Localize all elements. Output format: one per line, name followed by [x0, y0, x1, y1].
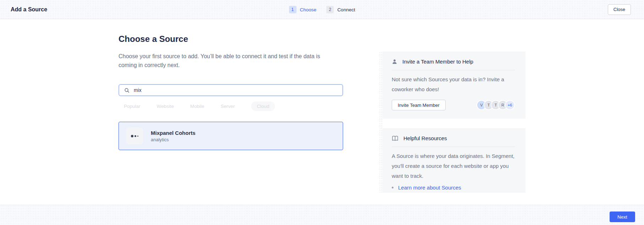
category-tabs: Popular Website Mobile Server Cloud — [124, 101, 275, 111]
search-icon — [124, 88, 130, 93]
step-number-badge: 1 — [289, 6, 296, 13]
tab-server[interactable]: Server — [221, 101, 235, 111]
invite-actions-row: Invite Team Member V T T R +6 — [392, 100, 515, 110]
next-button[interactable]: Next — [610, 212, 635, 222]
resources-card-header: Helpful Resources — [392, 135, 515, 141]
book-icon — [392, 136, 398, 141]
source-search-box[interactable] — [119, 84, 343, 96]
source-result-mixpanel-cohorts[interactable]: Mixpanel Cohorts analytics — [119, 122, 343, 150]
learn-more-sources-link[interactable]: Learn more about Sources — [398, 185, 461, 191]
step-connect[interactable]: 2 Connect — [326, 6, 355, 13]
main-heading: Choose a Source — [119, 34, 188, 44]
sidebar-texture-strip — [379, 51, 382, 193]
tab-cloud[interactable]: Cloud — [251, 101, 275, 111]
invite-card-body: Not sure which Sources your data is in? … — [392, 75, 515, 94]
team-avatars: V T T R +6 — [477, 100, 515, 110]
source-result-title: Mixpanel Cohorts — [151, 130, 196, 136]
invite-card-header: Invite a Team Member to Help — [392, 59, 515, 65]
person-icon — [392, 59, 397, 65]
invite-card-title: Invite a Team Member to Help — [402, 59, 473, 65]
tab-website[interactable]: Website — [157, 101, 174, 111]
close-button[interactable]: Close — [608, 4, 631, 15]
step-number-badge: 2 — [326, 6, 334, 13]
invite-team-member-button[interactable]: Invite Team Member — [392, 100, 446, 110]
mixpanel-logo-icon — [126, 127, 143, 144]
top-bar: Add a Source 1 Choose 2 Connect Close — [0, 0, 644, 19]
tab-mobile[interactable]: Mobile — [190, 101, 204, 111]
source-result-text: Mixpanel Cohorts analytics — [151, 130, 196, 142]
avatar-overflow-count[interactable]: +6 — [505, 100, 515, 110]
source-result-subtitle: analytics — [151, 137, 196, 142]
stepper: 1 Choose 2 Connect — [289, 6, 355, 13]
page-title: Add a Source — [11, 6, 47, 13]
main-description: Choose your first source to add. You’ll … — [119, 52, 331, 70]
bullet-icon — [392, 187, 393, 188]
tab-popular[interactable]: Popular — [124, 101, 141, 111]
bottom-bar: Next — [0, 205, 644, 225]
step-label: Connect — [337, 7, 355, 12]
step-choose[interactable]: 1 Choose — [289, 6, 317, 13]
search-input[interactable] — [133, 87, 339, 93]
divider — [392, 70, 515, 70]
resources-card-title: Helpful Resources — [403, 135, 447, 141]
divider — [392, 147, 515, 147]
helpful-resources-card: Helpful Resources A Source is where your… — [382, 128, 525, 193]
step-label: Choose — [300, 7, 317, 12]
resource-link-item: Learn more about Sources — [392, 185, 515, 191]
invite-team-member-card: Invite a Team Member to Help Not sure wh… — [382, 51, 525, 119]
resources-card-body: A Source is where your data originates. … — [392, 151, 515, 181]
